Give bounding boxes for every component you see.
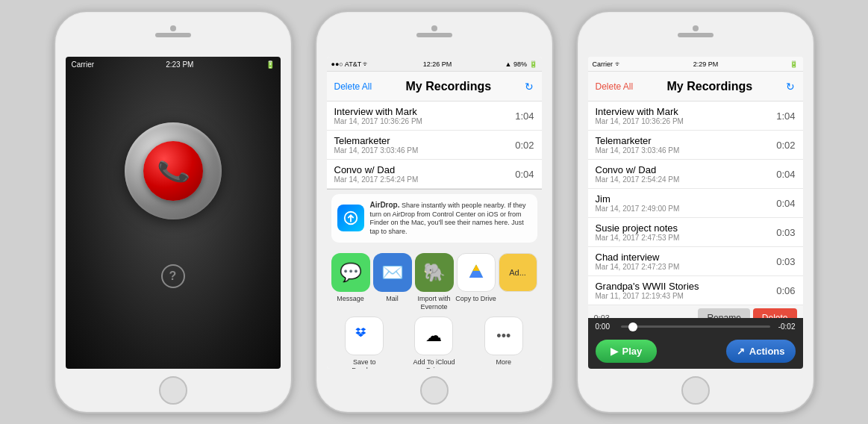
- share-more-top[interactable]: Ad...: [497, 253, 539, 311]
- playback-start: 0:00: [596, 322, 616, 331]
- delete-all-btn-2[interactable]: Delete All: [334, 81, 372, 92]
- evernote-icon: 🐘: [415, 253, 454, 292]
- share-drive[interactable]: Copy to Drive: [455, 253, 497, 311]
- record-button[interactable]: 📞: [125, 122, 222, 219]
- recording-item-3-4[interactable]: Susie project notes Mar 14, 2017 2:47:53…: [588, 218, 803, 247]
- help-label: ?: [169, 269, 177, 283]
- phone2-screen: ●●○ AT&T ᯤ 12:26 PM ▲ 98% 🔋 Delete All M…: [327, 57, 542, 369]
- evernote-label: Import with Evernote: [413, 295, 455, 311]
- carrier-2: ●●○ AT&T ᯤ: [331, 60, 370, 68]
- recording-info-3-4: Susie project notes Mar 14, 2017 2:47:53…: [596, 222, 680, 242]
- swipe-action-row: 0:03 Rename Delete: [588, 305, 803, 318]
- share-icloud[interactable]: ☁ Add To iCloud Drive: [411, 317, 456, 369]
- recording-list-3: Interview with Mark Mar 14, 2017 10:36:2…: [588, 102, 803, 318]
- recording-date-2-0: Mar 14, 2017 10:36:26 PM: [334, 117, 422, 125]
- phone-home-button-1[interactable]: [159, 376, 187, 405]
- recording-info-3-1: Telemarketer Mar 14, 2017 3:03:46 PM: [596, 135, 680, 155]
- recording-name-2-0: Interview with Mark: [334, 106, 422, 117]
- rec-date-3-4: Mar 14, 2017 2:47:53 PM: [596, 234, 680, 242]
- delete-button[interactable]: Delete: [753, 308, 797, 318]
- recording-item-2-1[interactable]: Telemarketer Mar 14, 2017 3:03:46 PM 0:0…: [327, 131, 542, 160]
- refresh-btn-2[interactable]: ↻: [525, 81, 534, 93]
- recording-info-2-0: Interview with Mark Mar 14, 2017 10:36:2…: [334, 106, 422, 125]
- mail-label: Mail: [386, 295, 399, 303]
- play-icon: ▶: [611, 346, 618, 357]
- share-icons-row-2: Save to Dropbox ☁ Add To iCloud Drive ••…: [327, 314, 542, 369]
- rec-name-3-1: Telemarketer: [596, 135, 680, 146]
- rec-name-3-3: Jim: [596, 193, 680, 205]
- record-button-inner: 📞: [143, 141, 203, 201]
- recording-dur-2-1: 0:02: [515, 140, 534, 151]
- recording-item-3-2[interactable]: Convo w/ Dad Mar 14, 2017 2:54:24 PM 0:0…: [588, 160, 803, 189]
- delete-all-btn-3[interactable]: Delete All: [596, 81, 634, 92]
- playback-bar: 0:00 -0:02: [588, 318, 803, 335]
- dropbox-label: Save to Dropbox: [342, 358, 387, 369]
- rec-name-3-4: Susie project notes: [596, 222, 680, 234]
- phone-home-button-3[interactable]: [681, 376, 710, 405]
- help-button[interactable]: ?: [161, 264, 185, 288]
- share-icons-row-1: 💬 Message ✉️ Mail 🐘 Import with Evernote: [327, 247, 542, 314]
- airdrop-row: AirDrop. Share instantly with people nea…: [331, 194, 537, 243]
- status-bar-1: Carrier 2:23 PM 🔋: [66, 57, 281, 72]
- recording-item-3-6-container: Grandpa's WWII Stories Mar 11, 2017 12:1…: [588, 276, 803, 305]
- message-icon: 💬: [331, 253, 370, 292]
- recording-item-3-1[interactable]: Telemarketer Mar 14, 2017 3:03:46 PM 0:0…: [588, 131, 803, 160]
- rec-dur-3-4: 0:03: [776, 227, 795, 238]
- share-message[interactable]: 💬 Message: [330, 253, 372, 311]
- phone-speaker-2: [416, 33, 452, 37]
- actions-button[interactable]: ↗ Actions: [726, 340, 796, 363]
- nav-title-3: My Recordings: [667, 80, 753, 93]
- recording-name-2-1: Telemarketer: [334, 135, 419, 146]
- time-2: 12:26 PM: [423, 60, 452, 68]
- drive-icon: [457, 253, 496, 292]
- recording-item-3-3[interactable]: Jim Mar 14, 2017 2:49:00 PM 0:04: [588, 189, 803, 218]
- play-button[interactable]: ▶ Play: [596, 340, 658, 363]
- rec-name-3-5: Chad interview: [596, 252, 680, 263]
- progress-track[interactable]: [621, 325, 770, 328]
- recording-date-2-1: Mar 14, 2017 3:03:46 PM: [334, 146, 419, 155]
- time-3: 2:29 PM: [693, 60, 719, 68]
- recording-item-3-6[interactable]: Grandpa's WWII Stories Mar 11, 2017 12:1…: [588, 276, 803, 305]
- phone-1: Carrier 2:23 PM 🔋 📞 ?: [54, 10, 293, 414]
- rec-dur-3-2: 0:04: [776, 169, 795, 180]
- refresh-btn-3[interactable]: ↻: [786, 81, 795, 93]
- airdrop-description: AirDrop. Share instantly with people nea…: [370, 200, 531, 237]
- time-label-1: 2:23 PM: [166, 60, 193, 69]
- rec-name-3-2: Convo w/ Dad: [596, 164, 680, 175]
- rename-button[interactable]: Rename: [698, 308, 749, 318]
- phone3-screen: Carrier ᯤ 2:29 PM 🔋 Delete All My Record…: [588, 57, 803, 369]
- nav-title-2: My Recordings: [406, 80, 492, 93]
- recording-item-2-0[interactable]: Interview with Mark Mar 14, 2017 10:36:2…: [327, 102, 542, 131]
- recording-item-2-2[interactable]: Convo w/ Dad Mar 14, 2017 2:54:24 PM 0:0…: [327, 160, 542, 189]
- share-dropbox[interactable]: Save to Dropbox: [342, 317, 387, 369]
- rec-dur-3-1: 0:02: [776, 140, 795, 151]
- icloud-label: Add To iCloud Drive: [411, 358, 456, 369]
- rec-date-3-1: Mar 14, 2017 3:03:46 PM: [596, 146, 680, 155]
- mail-icon: ✉️: [373, 253, 412, 292]
- carrier-3: Carrier ᯤ: [593, 60, 622, 68]
- nav-bar-2: Delete All My Recordings ↻: [327, 72, 542, 102]
- phone-speaker-1: [155, 33, 191, 37]
- rec-date-3-0: Mar 14, 2017 10:36:26 PM: [596, 117, 684, 125]
- recording-info-2-1: Telemarketer Mar 14, 2017 3:03:46 PM: [334, 135, 419, 155]
- recording-item-3-0[interactable]: Interview with Mark Mar 14, 2017 10:36:2…: [588, 102, 803, 131]
- recording-info-3-0: Interview with Mark Mar 14, 2017 10:36:2…: [596, 106, 684, 125]
- message-label: Message: [337, 295, 364, 303]
- status-bar-2: ●●○ AT&T ᯤ 12:26 PM ▲ 98% 🔋: [327, 57, 542, 72]
- rec-dur-3-0: 1:04: [776, 110, 795, 122]
- recording-info-3-2: Convo w/ Dad Mar 14, 2017 2:54:24 PM: [596, 164, 680, 184]
- recording-info-3-3: Jim Mar 14, 2017 2:49:00 PM: [596, 193, 680, 213]
- recording-item-3-5[interactable]: Chad interview Mar 14, 2017 2:47:23 PM 0…: [588, 247, 803, 276]
- icloud-icon: ☁: [414, 317, 453, 355]
- share-evernote[interactable]: 🐘 Import with Evernote: [413, 253, 455, 311]
- recording-info-3-5: Chad interview Mar 14, 2017 2:47:23 PM: [596, 252, 680, 271]
- recording-info-3-6: Grandpa's WWII Stories Mar 11, 2017 12:1…: [596, 281, 699, 300]
- share-sheet: AirDrop. Share instantly with people nea…: [327, 189, 542, 369]
- phone-home-button-2[interactable]: [420, 376, 449, 405]
- progress-thumb[interactable]: [628, 322, 637, 331]
- share-mail[interactable]: ✉️ Mail: [372, 253, 413, 311]
- phone-2: ●●○ AT&T ᯤ 12:26 PM ▲ 98% 🔋 Delete All M…: [315, 10, 554, 414]
- recording-info-2-2: Convo w/ Dad Mar 14, 2017 2:54:24 PM: [334, 164, 419, 184]
- share-more-bottom[interactable]: ••• More: [481, 317, 526, 369]
- record-button-container: 📞 ?: [125, 72, 222, 369]
